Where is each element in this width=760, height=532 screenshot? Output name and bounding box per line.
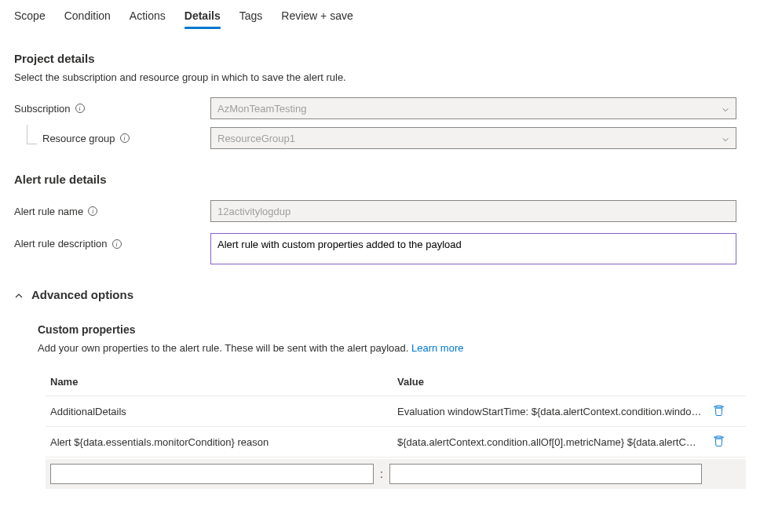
alert-rule-desc-input[interactable] (210, 233, 736, 264)
alert-rule-desc-label: Alert rule description (14, 238, 108, 250)
column-header-name: Name (46, 368, 383, 395)
property-value: Evaluation windowStartTime: ${data.alert… (393, 398, 707, 425)
alert-rule-details-heading: Alert rule details (14, 173, 746, 186)
new-property-value-input[interactable] (389, 464, 702, 484)
tab-tags[interactable]: Tags (239, 6, 263, 28)
alert-rule-name-input[interactable]: 12activitylogdup (210, 200, 736, 222)
tabs-bar: Scope Condition Actions Details Tags Rev… (14, 0, 746, 28)
tab-scope[interactable]: Scope (14, 6, 46, 28)
info-icon[interactable] (120, 133, 130, 143)
tab-actions[interactable]: Actions (130, 6, 166, 28)
property-name: Alert ${data.essentials.monitorCondition… (46, 428, 383, 456)
subscription-label: Subscription (14, 103, 71, 115)
custom-properties-table: Name Value AdditionalDetails Evaluation … (46, 368, 746, 489)
project-details-heading: Project details (14, 52, 746, 65)
custom-properties-heading: Custom properties (38, 323, 746, 336)
property-name: AdditionalDetails (46, 398, 383, 425)
tab-details[interactable]: Details (185, 6, 221, 28)
table-row: Alert ${data.essentials.monitorCondition… (46, 427, 746, 457)
tab-review[interactable]: Review + save (281, 6, 353, 28)
alert-rule-name-value: 12activitylogdup (217, 206, 290, 217)
subscription-dropdown[interactable]: AzMonTeamTesting (210, 97, 736, 119)
custom-properties-desc: Add your own properties to the alert rul… (38, 342, 746, 354)
info-icon[interactable] (75, 104, 85, 113)
resource-group-value: ResourceGroup1 (217, 133, 295, 144)
resource-group-label: Resource group (42, 133, 115, 144)
resource-group-dropdown[interactable]: ResourceGroup1 (210, 127, 736, 149)
subscription-value: AzMonTeamTesting (217, 103, 306, 115)
chevron-down-icon (722, 104, 729, 112)
chevron-up-icon (14, 290, 24, 300)
info-icon[interactable] (112, 239, 122, 249)
info-icon[interactable] (88, 206, 97, 216)
delete-icon[interactable] (713, 435, 725, 446)
delete-icon[interactable] (713, 404, 725, 416)
table-row: AdditionalDetails Evaluation windowStart… (46, 396, 746, 427)
column-header-value: Value (393, 368, 707, 395)
new-property-name-input[interactable] (50, 464, 374, 484)
advanced-options-title: Advanced options (31, 288, 133, 301)
project-details-desc: Select the subscription and resource gro… (14, 71, 746, 83)
advanced-options-expander[interactable]: Advanced options (14, 288, 746, 301)
new-property-row: : (46, 459, 746, 489)
tab-condition[interactable]: Condition (64, 6, 111, 28)
alert-rule-name-label: Alert rule name (14, 206, 83, 217)
separator: : (374, 468, 389, 480)
property-value: ${data.alertContext.condition.allOf[0].m… (393, 428, 707, 456)
learn-more-link[interactable]: Learn more (411, 342, 463, 354)
chevron-down-icon (722, 134, 729, 142)
